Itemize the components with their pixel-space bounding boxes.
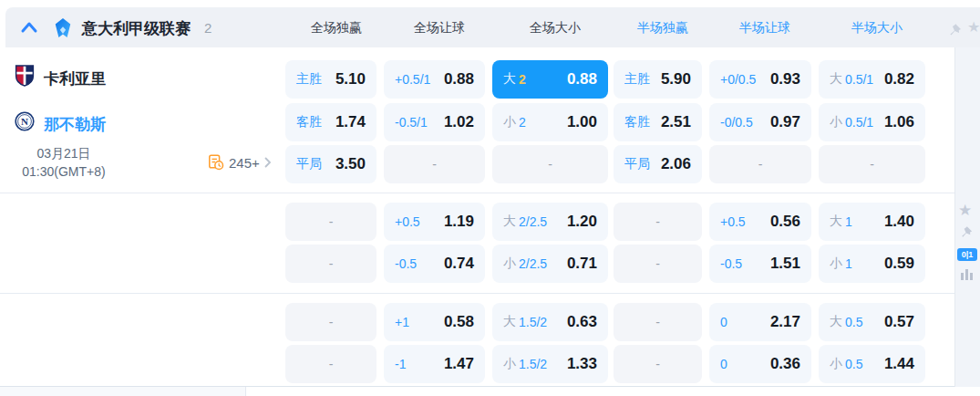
- empty-cell: -: [614, 245, 702, 283]
- block-divider: [0, 293, 954, 294]
- odds-value: 0.74: [444, 255, 474, 273]
- pin-icon[interactable]: [960, 225, 974, 239]
- over-cell[interactable]: 大11.40: [819, 203, 925, 241]
- draw-cell[interactable]: 平局2.06: [614, 145, 702, 183]
- next-section-strip: [0, 386, 954, 396]
- pin-icon[interactable]: [948, 23, 963, 37]
- svg-text:N: N: [21, 116, 28, 127]
- odds-value: 1.06: [884, 113, 914, 131]
- bet-label: 大2: [503, 71, 526, 88]
- over-cell[interactable]: 大0.5/10.82: [819, 60, 925, 99]
- bet-label: 大1: [830, 214, 852, 230]
- odds-row: 主胜5.10 +0.5/10.88 大20.88 主胜5.90 +0/0.50.…: [285, 60, 925, 99]
- odds-value: 0.36: [770, 355, 800, 373]
- handicap-cell[interactable]: 02.17: [709, 303, 811, 341]
- bet-label: 小2/2.5: [503, 255, 547, 272]
- more-markets-link[interactable]: 245+: [208, 154, 272, 171]
- handicap-cell[interactable]: +10.58: [384, 303, 485, 341]
- empty-cell: -: [492, 145, 608, 183]
- dash: -: [329, 214, 334, 229]
- bet-label: +0.5/1: [395, 72, 430, 87]
- odds-row: 平局3.50 - - 平局2.06 - -: [285, 145, 925, 183]
- collapse-chevron-up-icon[interactable]: [20, 21, 38, 34]
- empty-cell: -: [614, 345, 702, 383]
- bet-label: -1: [395, 357, 406, 371]
- chevron-right-icon: [264, 157, 272, 168]
- over-cell[interactable]: 大0.50.57: [819, 303, 925, 341]
- dash: -: [655, 357, 660, 371]
- markets-count: 245+: [229, 155, 260, 171]
- handicap-cell[interactable]: -11.47: [384, 345, 485, 383]
- under-cell[interactable]: 小1.5/21.33: [492, 345, 608, 383]
- handicap-cell[interactable]: +0.50.56: [709, 203, 811, 241]
- markets-list-icon: [208, 154, 224, 171]
- draw-cell[interactable]: 平局3.50: [285, 145, 377, 183]
- under-cell[interactable]: 小21.00: [492, 103, 608, 141]
- dash: -: [329, 315, 334, 329]
- bet-label: 0: [720, 315, 727, 329]
- away-team-crest-icon: N: [15, 110, 35, 132]
- odds-value: 0.82: [884, 70, 914, 89]
- handicap-cell[interactable]: -0.50.74: [384, 245, 485, 283]
- column-header-ht-handicap: 半场让球: [739, 20, 790, 36]
- empty-cell: -: [384, 145, 485, 183]
- handicap-cell[interactable]: 00.36: [709, 345, 811, 383]
- odds-value: 1.20: [567, 213, 597, 231]
- home-team-name[interactable]: 卡利亚里: [44, 68, 106, 89]
- odds-value: 1.40: [884, 213, 914, 231]
- bet-label: 小1: [830, 255, 852, 272]
- odds-value: 3.50: [335, 155, 366, 173]
- handicap-cell[interactable]: -0.5/11.02: [384, 103, 485, 141]
- odds-value: 5.90: [661, 70, 691, 89]
- odds-value: 0.57: [884, 313, 914, 331]
- handicap-cell[interactable]: +0.51.19: [384, 203, 485, 241]
- odds-value: 1.51: [770, 255, 800, 273]
- odds-value: 0.88: [567, 70, 597, 89]
- empty-cell: -: [285, 345, 377, 383]
- score-badge[interactable]: 0|1: [957, 248, 977, 261]
- bet-label: 平局: [296, 156, 322, 172]
- odds-value: 0.63: [567, 313, 597, 331]
- dash: -: [655, 214, 660, 229]
- bet-label: 小0.5/1: [830, 114, 873, 130]
- favorite-star-icon[interactable]: ★: [967, 19, 980, 36]
- under-cell[interactable]: 小10.59: [819, 245, 925, 283]
- handicap-cell[interactable]: +0.5/10.88: [384, 60, 485, 99]
- dash: -: [329, 256, 334, 271]
- away-team-name[interactable]: 那不勒斯: [44, 114, 106, 135]
- bet-label: -0.5/1: [395, 115, 428, 130]
- handicap-cell[interactable]: -0.51.51: [709, 245, 811, 283]
- bet-label: 大0.5: [830, 314, 862, 330]
- bet-label: 大0.5/1: [830, 71, 873, 88]
- odds-panel: 意大利甲级联赛 2 全场独赢 全场让球 全场大小 半场独赢 半场让球 半场大小 …: [0, 0, 980, 396]
- away-win-cell[interactable]: 客胜1.74: [285, 103, 377, 141]
- bet-label: 小2: [503, 114, 526, 130]
- league-match-count: 2: [204, 20, 211, 36]
- under-cell[interactable]: 小2/2.50.71: [492, 245, 608, 283]
- home-win-cell[interactable]: 主胜5.90: [614, 60, 702, 99]
- over-cell[interactable]: 大1.5/20.63: [492, 303, 608, 341]
- under-cell[interactable]: 小0.5/11.06: [819, 103, 925, 141]
- bet-label: 小1.5/2: [503, 356, 547, 372]
- home-win-cell[interactable]: 主胜5.10: [285, 60, 377, 99]
- dash: -: [870, 157, 874, 172]
- odds-value: 1.47: [444, 355, 474, 373]
- handicap-cell[interactable]: -0/0.50.97: [709, 103, 811, 141]
- under-cell[interactable]: 小0.51.44: [819, 345, 925, 383]
- stats-bars-icon[interactable]: [960, 268, 974, 280]
- block-divider: [0, 193, 954, 193]
- empty-cell: -: [285, 245, 377, 283]
- bet-label: 大1.5/2: [503, 314, 547, 330]
- dash: -: [548, 157, 552, 172]
- favorite-star-icon[interactable]: ★: [958, 201, 972, 220]
- bet-label: 大2/2.5: [503, 214, 547, 230]
- over-cell[interactable]: 大2/2.51.20: [492, 203, 608, 241]
- empty-cell: -: [819, 145, 925, 183]
- over-cell-selected[interactable]: 大20.88: [492, 60, 608, 99]
- bet-label: 0: [720, 357, 727, 371]
- away-win-cell[interactable]: 客胜2.51: [614, 103, 702, 141]
- league-title: 意大利甲级联赛: [82, 18, 191, 39]
- odds-value: 2.06: [661, 155, 691, 173]
- bet-label: 主胜: [624, 71, 650, 88]
- handicap-cell[interactable]: +0/0.50.93: [709, 60, 811, 99]
